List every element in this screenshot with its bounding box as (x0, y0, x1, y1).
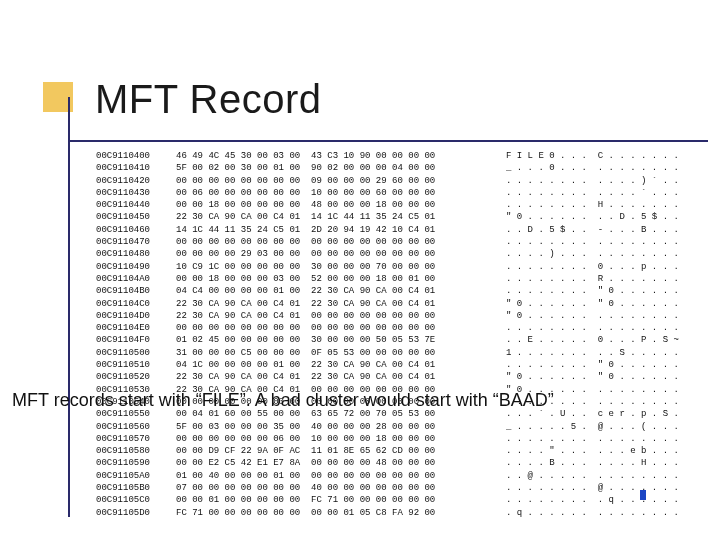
hex-offset: 00C9110500 (96, 347, 176, 359)
hex-ascii: . . . . . . . . . . . . ) ` . . (506, 175, 686, 187)
hex-dump-panel: 00C911040046 49 4C 45 30 00 03 00 43 C3 … (96, 150, 696, 519)
hex-ascii: . . . . B . . . . . . . H . . . (506, 457, 686, 469)
hex-bytes: 00 00 18 00 00 00 03 00 52 00 00 00 18 0… (176, 273, 506, 285)
hex-offset: 00C9110480 (96, 248, 176, 260)
hex-row: 00C91105605F 00 03 00 00 00 35 00 40 00 … (96, 421, 696, 433)
hex-row: 00C911040046 49 4C 45 30 00 03 00 43 C3 … (96, 150, 696, 162)
hex-bytes: 00 00 00 00 00 00 06 00 10 00 00 00 18 0… (176, 433, 506, 445)
hex-row: 00C911057000 00 00 00 00 00 06 00 10 00 … (96, 433, 696, 445)
hex-offset: 00C9110420 (96, 175, 176, 187)
hex-row: 00C911048000 00 00 00 29 03 00 00 00 00 … (96, 248, 696, 260)
hex-bytes: 00 00 D9 CF 22 9A 0F AC 11 01 8E 65 62 C… (176, 445, 506, 457)
hex-row: 00C911049010 C9 1C 00 00 00 00 00 30 00 … (96, 261, 696, 273)
hex-bytes: 46 49 4C 45 30 00 03 00 43 C3 10 90 00 0… (176, 150, 506, 162)
hex-offset: 00C9110450 (96, 211, 176, 223)
hex-ascii: . . . . . . . . " 0 . . . . . . (506, 359, 686, 371)
hex-offset: 00C91105A0 (96, 470, 176, 482)
hex-bytes: 00 00 00 00 00 00 00 00 09 00 00 00 29 6… (176, 175, 506, 187)
hex-ascii: . . . . . . . . 0 . . . p . . . (506, 261, 686, 273)
horizontal-rule (68, 140, 708, 142)
hex-ascii: . . . . . . . . . . . . . . . . (506, 433, 686, 445)
hex-ascii: " 0 . . . . . . . . D . 5 $ . . (506, 211, 686, 223)
hex-offset: 00C9110490 (96, 261, 176, 273)
hex-bytes: 10 C9 1C 00 00 00 00 00 30 00 00 00 70 0… (176, 261, 506, 273)
hex-bytes: 00 00 00 00 00 00 00 00 00 00 00 00 00 0… (176, 322, 506, 334)
hex-offset: 00C91104A0 (96, 273, 176, 285)
hex-ascii: . . . . . . . . R . . . . . . . (506, 273, 686, 285)
hex-bytes: 00 00 18 00 00 00 00 00 48 00 00 00 18 0… (176, 199, 506, 211)
hex-ascii: " 0 . . . . . . . . . . . . . . (506, 310, 686, 322)
hex-row: 00C91105D0FC 71 00 00 00 00 00 00 00 00 … (96, 507, 696, 519)
hex-bytes: 04 C4 00 00 00 00 01 00 22 30 CA 90 CA 0… (176, 285, 506, 297)
slide-caption: MFT records start with “FILE”. A bad clu… (12, 390, 554, 411)
hex-bytes: 07 00 00 00 00 00 00 00 40 00 00 00 00 0… (176, 482, 506, 494)
hex-row: 00C911042000 00 00 00 00 00 00 00 09 00 … (96, 175, 696, 187)
hex-ascii: " 0 . . . . . . " 0 . . . . . . (506, 371, 686, 383)
hex-bytes: 00 00 00 00 00 00 00 00 00 00 00 00 00 0… (176, 236, 506, 248)
hex-bytes: 01 02 45 00 00 00 00 00 30 00 00 00 50 0… (176, 334, 506, 346)
hex-bytes: FC 71 00 00 00 00 00 00 00 00 01 05 C8 F… (176, 507, 506, 519)
hex-offset: 00C9110510 (96, 359, 176, 371)
hex-offset: 00C9110470 (96, 236, 176, 248)
hex-offset: 00C91105D0 (96, 507, 176, 519)
hex-row: 00C911059000 00 E2 C5 42 E1 E7 8A 00 00 … (96, 457, 696, 469)
hex-row: 00C911045022 30 CA 90 CA 00 C4 01 14 1C … (96, 211, 696, 223)
hex-row: 00C91105C000 00 01 00 00 00 00 00 FC 71 … (96, 494, 696, 506)
hex-bytes: 00 00 00 00 29 03 00 00 00 00 00 00 00 0… (176, 248, 506, 260)
hex-row: 00C911043000 06 00 00 00 00 00 00 10 00 … (96, 187, 696, 199)
hex-offset: 00C9110590 (96, 457, 176, 469)
hex-ascii: 1 . . . . . . . . . S . . . . . (506, 347, 686, 359)
hex-row: 00C91104105F 00 02 00 30 00 01 00 90 02 … (96, 162, 696, 174)
hex-row: 00C91104F001 02 45 00 00 00 00 00 30 00 … (96, 334, 696, 346)
hex-bytes: 01 00 40 00 00 00 01 00 00 00 00 00 00 0… (176, 470, 506, 482)
hex-offset: 00C9110410 (96, 162, 176, 174)
hex-bytes: 22 30 CA 90 CA 00 C4 01 00 00 00 00 00 0… (176, 310, 506, 322)
hex-row: 00C911047000 00 00 00 00 00 00 00 00 00 … (96, 236, 696, 248)
hex-row: 00C911051004 1C 00 00 00 00 01 00 22 30 … (96, 359, 696, 371)
hex-ascii: . . . . . . . . . . . . . . . . (506, 322, 686, 334)
hex-row: 00C91104D022 30 CA 90 CA 00 C4 01 00 00 … (96, 310, 696, 322)
hex-ascii: . . . . . . . . @ . . . . . . . (506, 482, 686, 494)
hex-offset: 00C91104B0 (96, 285, 176, 297)
hex-bytes: 22 30 CA 90 CA 00 C4 01 22 30 CA 90 CA 0… (176, 298, 506, 310)
hex-offset: 00C91105B0 (96, 482, 176, 494)
vertical-rule (68, 97, 70, 517)
hex-offset: 00C9110570 (96, 433, 176, 445)
hex-offset: 00C91104C0 (96, 298, 176, 310)
hex-ascii: . . . . . . . . . . . . . . . . (506, 236, 686, 248)
hex-ascii: " 0 . . . . . . " 0 . . . . . . (506, 298, 686, 310)
hex-offset: 00C91104E0 (96, 322, 176, 334)
hex-row: 00C911050031 00 00 00 C5 00 00 00 0F 05 … (96, 347, 696, 359)
hex-row: 00C91105A001 00 40 00 00 00 01 00 00 00 … (96, 470, 696, 482)
hex-offset: 00C91104D0 (96, 310, 176, 322)
hex-offset: 00C9110400 (96, 150, 176, 162)
hex-ascii: . . . . . . . . " 0 . . . . . . (506, 285, 686, 297)
hex-offset: 00C91104F0 (96, 334, 176, 346)
hex-offset: 00C9110430 (96, 187, 176, 199)
slide: MFT Record 00C911040046 49 4C 45 30 00 0… (0, 0, 720, 540)
hex-ascii: _ . . . 0 . . . . . . . . . . . (506, 162, 686, 174)
hex-bytes: 22 30 CA 90 CA 00 C4 01 14 1C 44 11 35 2… (176, 211, 506, 223)
hex-offset: 00C9110580 (96, 445, 176, 457)
hex-bytes: 31 00 00 00 C5 00 00 00 0F 05 53 00 00 0… (176, 347, 506, 359)
hex-row: 00C911046014 1C 44 11 35 24 C5 01 2D 20 … (96, 224, 696, 236)
hex-bytes: 5F 00 02 00 30 00 01 00 90 02 00 00 00 0… (176, 162, 506, 174)
hex-offset: 00C9110520 (96, 371, 176, 383)
hex-bytes: 00 00 E2 C5 42 E1 E7 8A 00 00 00 00 48 0… (176, 457, 506, 469)
hex-bytes: 14 1C 44 11 35 24 C5 01 2D 20 94 19 42 1… (176, 224, 506, 236)
hex-ascii: . . @ . . . . . . . . . . . . . (506, 470, 686, 482)
hex-ascii: . . . . . . . . . . . . ` . . . (506, 187, 686, 199)
hex-row: 00C91104E000 00 00 00 00 00 00 00 00 00 … (96, 322, 696, 334)
hex-bytes: 22 30 CA 90 CA 00 C4 01 22 30 CA 90 CA 0… (176, 371, 506, 383)
hex-offset: 00C9110460 (96, 224, 176, 236)
hex-bytes: 5F 00 03 00 00 00 35 00 40 00 00 00 28 0… (176, 421, 506, 433)
hex-bytes: 00 06 00 00 00 00 00 00 10 00 00 00 60 0… (176, 187, 506, 199)
hex-offset: 00C9110440 (96, 199, 176, 211)
hex-row: 00C911052022 30 CA 90 CA 00 C4 01 22 30 … (96, 371, 696, 383)
hex-row: 00C91104C022 30 CA 90 CA 00 C4 01 22 30 … (96, 298, 696, 310)
edit-caret (640, 490, 646, 500)
hex-row: 00C91105B007 00 00 00 00 00 00 00 40 00 … (96, 482, 696, 494)
hex-ascii: . . . . . . . . H . . . . . . . (506, 199, 686, 211)
hex-row: 00C911058000 00 D9 CF 22 9A 0F AC 11 01 … (96, 445, 696, 457)
hex-row: 00C911044000 00 18 00 00 00 00 00 48 00 … (96, 199, 696, 211)
